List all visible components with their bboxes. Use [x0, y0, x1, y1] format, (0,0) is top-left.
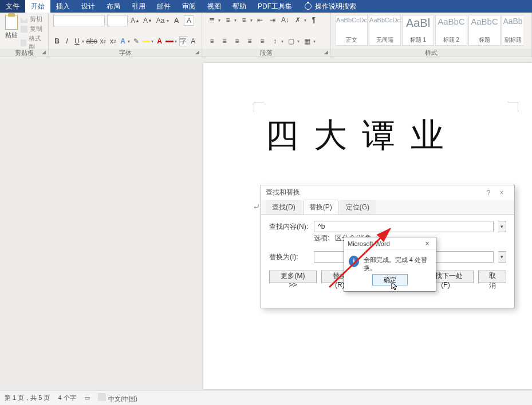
phonetic-button[interactable]: A	[190, 36, 197, 46]
copy-button[interactable]: 复制	[21, 25, 44, 33]
tab-pdf[interactable]: PDF工具集	[252, 0, 298, 13]
style-normal[interactable]: AaBbCcDc正文	[336, 15, 368, 46]
tell-me-search[interactable]: 操作说明搜索	[315, 2, 356, 11]
chevron-down-icon[interactable]: ▾	[297, 39, 300, 44]
group-label-styles: 样式	[331, 49, 531, 57]
cut-button[interactable]: 剪切	[21, 15, 44, 23]
style-heading2[interactable]: AaBbC标题 2	[435, 15, 467, 46]
paste-icon	[5, 15, 18, 30]
change-case-button[interactable]: Aa	[155, 15, 165, 26]
chevron-down-icon[interactable]: ▾	[304, 18, 306, 23]
find-what-input[interactable]	[314, 221, 494, 232]
info-icon: i	[349, 256, 359, 267]
bullets-button[interactable]: ≣	[207, 15, 217, 25]
clear-format-button[interactable]: A̶	[171, 15, 182, 26]
chevron-down-icon[interactable]: ▾	[151, 39, 153, 44]
align-center-button[interactable]: ≡	[219, 36, 230, 46]
bold-button[interactable]: B	[53, 36, 61, 46]
tab-layout[interactable]: 布局	[101, 0, 126, 13]
style-name: 标题 2	[443, 36, 459, 44]
paragraph-launcher-icon[interactable]: ◢	[324, 49, 328, 55]
font-color-button[interactable]: A	[156, 36, 163, 46]
tab-home[interactable]: 开始	[25, 0, 50, 13]
chevron-down-icon[interactable]: ▾	[313, 39, 316, 44]
style-subtitle[interactable]: AaBb副标题	[502, 15, 523, 46]
align-left-button[interactable]: ≡	[207, 36, 217, 46]
tab-replace[interactable]: 替换(P)	[303, 200, 338, 215]
tab-references[interactable]: 引用	[126, 0, 151, 13]
numbering-button[interactable]: ≡	[223, 15, 233, 25]
tab-insert[interactable]: 插入	[50, 0, 76, 13]
style-heading1[interactable]: AaBl标题 1	[402, 15, 434, 46]
chevron-down-icon[interactable]: ▾	[128, 39, 130, 44]
superscript-button[interactable]: x2	[109, 36, 116, 46]
font-launcher-icon[interactable]: ◢	[195, 49, 199, 55]
tab-mailings[interactable]: 邮件	[151, 0, 176, 13]
line-spacing-button[interactable]: ↕	[270, 36, 280, 46]
cancel-button[interactable]: 取消	[478, 271, 506, 283]
underline-button[interactable]: U	[73, 36, 81, 46]
ok-button[interactable]: 确定	[372, 274, 408, 285]
strike-button[interactable]: abc	[86, 36, 97, 46]
increase-indent-button[interactable]: ⇥	[267, 15, 278, 25]
decrease-indent-button[interactable]: ⇤	[255, 15, 265, 25]
align-right-button[interactable]: ≡	[232, 36, 242, 46]
chevron-down-icon[interactable]: ▾	[234, 18, 237, 23]
highlight-button[interactable]: ✎	[132, 36, 140, 46]
borders-button[interactable]: ▦	[302, 36, 312, 46]
replace-history-dropdown[interactable]: ▾	[498, 251, 506, 263]
status-words[interactable]: 4 个字	[58, 394, 76, 402]
font-name-combo[interactable]	[53, 15, 105, 26]
tab-review[interactable]: 审阅	[176, 0, 202, 13]
tab-file[interactable]: 文件	[0, 0, 25, 13]
find-history-dropdown[interactable]: ▾	[498, 221, 506, 232]
chevron-down-icon[interactable]: ▾	[281, 39, 283, 44]
margin-corner-tr	[508, 102, 518, 112]
status-language[interactable]: 中文(中国)	[108, 395, 137, 402]
clipboard-launcher-icon[interactable]: ◢	[42, 49, 46, 55]
style-name: 正文	[346, 36, 357, 44]
more-button[interactable]: 更多(M) >>	[269, 271, 317, 283]
chevron-down-icon[interactable]: ▾	[82, 39, 84, 44]
group-paragraph: ≣▾ ≡▾ ≡▾ ⇤ ⇥ A↓ ✗▾ ¶ ≡ ≡ ≡ ≡ ≡ ↕▾ ▢▾ ▦▾ …	[202, 13, 331, 57]
scissors-icon	[21, 16, 27, 23]
grow-font-button[interactable]: A▲	[130, 15, 140, 26]
shading-button[interactable]: ▢	[286, 36, 296, 46]
status-proof-icon[interactable]: ▭	[84, 394, 90, 402]
style-title[interactable]: AaBbC标题	[468, 15, 501, 46]
style-preview: AaBbC	[438, 17, 465, 26]
tab-find[interactable]: 查找(D)	[266, 200, 302, 215]
message-close-button[interactable]: ×	[422, 240, 432, 248]
paste-button[interactable]: 粘贴	[5, 15, 18, 51]
document-area[interactable]: 四 大 谭 业 ⤶ 查找和替换 ? × 查找(D) 替换(P) 定位(G) 查找…	[0, 57, 532, 390]
text-effects-button[interactable]: A	[119, 36, 127, 46]
char-border-button[interactable]: A	[184, 15, 194, 26]
tab-help[interactable]: 帮助	[227, 0, 252, 13]
chevron-down-icon[interactable]: ▾	[175, 39, 177, 44]
status-page[interactable]: 第 1 页，共 5 页	[5, 394, 50, 402]
dialog-help-button[interactable]: ?	[483, 189, 494, 197]
group-label-font: 字体◢	[49, 49, 202, 57]
style-preview: AaBbCcDc	[336, 17, 367, 23]
shrink-font-button[interactable]: A▼	[143, 15, 153, 26]
chevron-down-icon[interactable]: ▾	[167, 18, 169, 23]
font-size-combo[interactable]	[107, 15, 128, 26]
align-justify-button[interactable]: ≡	[245, 36, 255, 46]
asian-layout-button[interactable]: ✗	[293, 15, 303, 25]
dialog-title: 查找和替换	[266, 188, 483, 197]
tab-design[interactable]: 设计	[76, 0, 101, 13]
multilevel-button[interactable]: ≡	[239, 15, 249, 25]
distribute-button[interactable]: ≡	[257, 36, 267, 46]
tab-view[interactable]: 视图	[202, 0, 227, 13]
subscript-button[interactable]: x2	[99, 36, 107, 46]
style-gallery[interactable]: AaBbCcDc正文 AaBbCcDc无间隔 AaBl标题 1 AaBbC标题 …	[336, 15, 527, 46]
style-nospacing[interactable]: AaBbCcDc无间隔	[369, 15, 401, 46]
sort-button[interactable]: A↓	[280, 15, 290, 25]
enclose-char-button[interactable]: 字	[179, 36, 187, 46]
dialog-close-button[interactable]: ×	[494, 189, 510, 197]
tab-goto[interactable]: 定位(G)	[340, 200, 376, 215]
show-marks-button[interactable]: ¶	[309, 15, 319, 25]
chevron-down-icon[interactable]: ▾	[218, 18, 220, 23]
chevron-down-icon[interactable]: ▾	[250, 18, 253, 23]
italic-button[interactable]: I	[63, 36, 70, 46]
